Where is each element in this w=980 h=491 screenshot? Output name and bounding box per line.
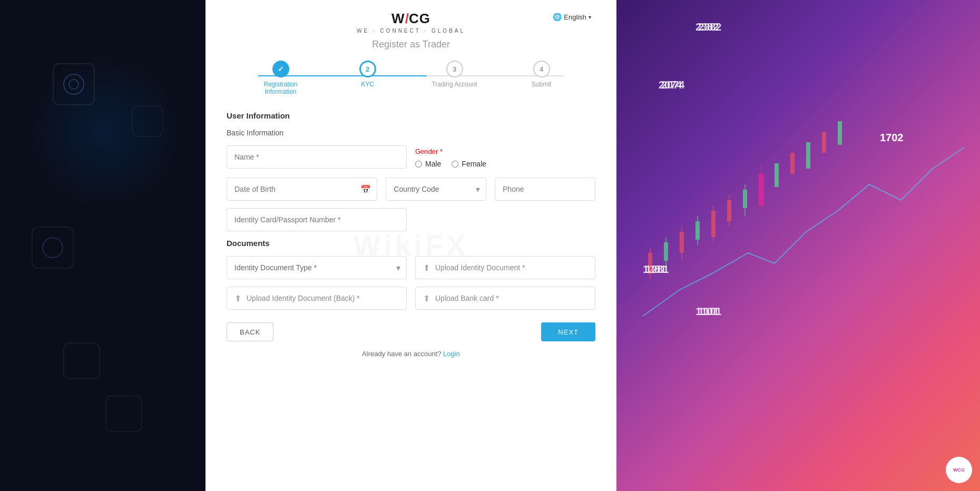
gender-group: Gender * Male Female [415,145,595,170]
upload-identity-back-label: Upload Identity Document (Back) * [247,294,360,302]
login-link[interactable]: Login [443,350,460,358]
gender-label: Gender * [415,148,595,155]
header: W / CG WE · CONNECT · GLOBAL 🌐 English ▾ [227,11,595,34]
lang-label: English [564,13,586,21]
gender-male-option[interactable]: Male [415,160,441,168]
step-label-3: Trading Account [432,81,477,88]
main-modal: WikiFX W / CG WE · CONNECT · GLOBAL 🌐 En… [205,0,616,491]
step-circle-1: ✓ [272,61,289,77]
upload-identity-button[interactable]: ⬆ Upload Identity Document * [415,256,595,279]
name-input[interactable] [227,145,407,169]
step-number-4: 4 [540,65,543,73]
calendar-icon: 📅 [360,184,371,194]
upload-bank-card-label: Upload Bank card * [435,294,499,302]
logo-main: W / CG [391,11,430,27]
chart-num-3: 1281 [645,263,669,276]
id-number-input[interactable] [227,208,407,231]
step-label-1: RegistrationInformation [263,81,297,95]
id-type-select[interactable]: Identity Document Type * Passport Nation… [227,256,407,279]
chart-num-0: 2382 [698,21,722,33]
checkmark-icon: ✓ [278,65,284,73]
upload-bank-card-group: ⬆ Upload Bank card * [415,287,595,310]
upload-bank-card-button[interactable]: ⬆ Upload Bank card * [415,287,595,310]
chart-svg [616,0,980,491]
upload-back-bank-row: ⬆ Upload Identity Document (Back) * ⬆ Up… [227,287,595,310]
bg-icon-2 [32,227,74,269]
page-title: Register as Trader [227,39,595,50]
back-button[interactable]: BACK [227,322,273,341]
lang-selector[interactable]: 🌐 English ▾ [548,11,595,23]
step-circle-3: 3 [446,61,463,77]
gender-female-label: Female [462,160,486,168]
gender-male-radio[interactable] [415,161,422,168]
chevron-down-icon: ▾ [589,14,591,20]
svg-rect-17 [790,153,795,174]
globe-icon: 🌐 [553,13,562,21]
svg-rect-16 [775,163,779,187]
user-info-title: User Information [227,111,595,120]
step-item-3: 3 Trading Account [411,61,498,88]
step-label-2: KYC [361,81,374,88]
documents-title: Documents [227,239,595,248]
bg-icon-3 [63,342,100,379]
step-item-4: 4 Submit [498,61,585,88]
id-number-row [227,208,595,231]
upload-icon-2: ⬆ [234,293,241,303]
upload-icon-1: ⬆ [423,263,430,273]
gender-male-label: Male [425,160,441,168]
right-logo: WCG [946,457,972,483]
id-number-group [227,208,407,231]
step-item-2: 2 KYC [324,61,411,88]
dob-input[interactable] [227,178,377,201]
upload-identity-group: ⬆ Upload Identity Document * [415,256,595,279]
country-code-group: Country Code [386,178,486,201]
gender-options: Male Female [415,160,595,168]
chart-num-2: 1702 [880,132,904,144]
upload-identity-back-group: ⬆ Upload Identity Document (Back) * [227,287,407,310]
bg-right: 2382 2074 1702 1281 1101 WCG 23822074170… [616,0,980,491]
step-number-2: 2 [366,65,369,73]
basic-info-title: Basic Information [227,129,595,137]
btn-row: BACK NEXT [227,322,595,341]
dob-phone-row: 📅 Country Code [227,178,595,201]
stepper: ✓ RegistrationInformation 2 KYC 3 Tradin… [227,61,595,95]
gender-female-option[interactable]: Female [452,160,486,168]
name-group [227,145,407,169]
logo-subtitle: WE · CONNECT · GLOBAL [357,28,465,34]
dob-group: 📅 [227,178,377,201]
logo-area: W / CG WE · CONNECT · GLOBAL [290,11,532,34]
chart-num-4: 1101 [698,306,722,318]
step-circle-4: 4 [533,61,550,77]
step-item-1: ✓ RegistrationInformation [237,61,324,95]
upload-icon-3: ⬆ [423,293,430,303]
phone-group [495,178,595,201]
bg-icon-4 [132,105,163,137]
chart-num-1: 2074 [661,79,685,91]
bg-left [0,0,205,491]
step-number-3: 3 [453,65,456,73]
bg-icon-1 [53,63,95,105]
upload-identity-back-button[interactable]: ⬆ Upload Identity Document (Back) * [227,287,407,310]
svg-rect-18 [806,142,810,169]
footer-link-area: Already have an account? Login [227,350,595,358]
country-code-select[interactable]: Country Code [386,178,486,201]
already-account-text: Already have an account? [362,350,441,358]
svg-rect-20 [838,121,842,145]
step-circle-2: 2 [359,61,376,77]
doc-type-upload-row: Identity Document Type * Passport Nation… [227,256,595,279]
name-gender-row: Gender * Male Female [227,145,595,170]
bg-icon-5 [105,395,142,432]
step-label-4: Submit [532,81,551,88]
next-button[interactable]: NEXT [541,322,595,341]
id-type-group: Identity Document Type * Passport Nation… [227,256,407,279]
upload-identity-label: Upload Identity Document * [435,263,525,272]
phone-input[interactable] [495,178,595,201]
gender-female-radio[interactable] [452,161,458,168]
svg-rect-19 [822,132,826,153]
